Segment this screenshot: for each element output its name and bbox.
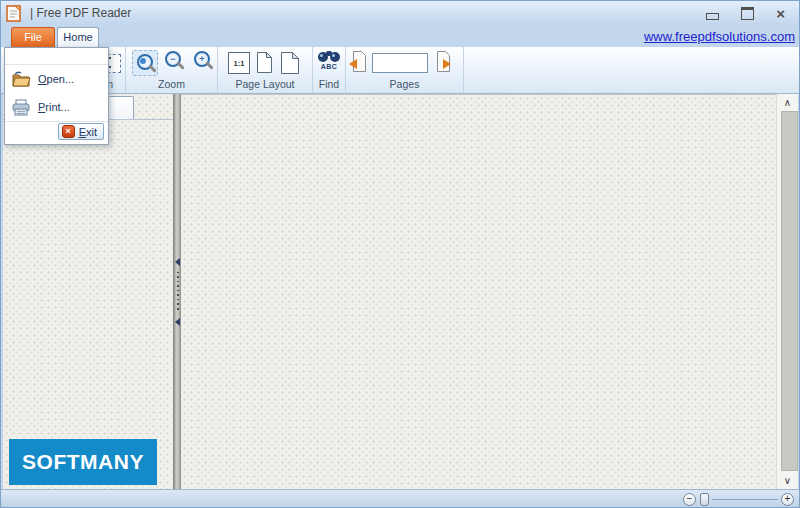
menu-label-open: Open... [38,73,74,85]
exit-icon: × [62,125,75,138]
thumbnails-panel: Thumbnails SOFTMANY [3,94,173,489]
zoom-region-icon [132,50,158,76]
zoom-slider-control: − + [683,491,794,507]
menu-exit-row: × Exit [5,122,108,144]
ribbon-group-page-layout: 1:1 Page Layout [218,47,313,93]
panel-splitter[interactable] [173,94,181,489]
group-label-find: Find [313,78,345,90]
scrollbar-thumb[interactable] [781,111,798,471]
zoom-out-icon: − [163,50,187,74]
previous-page-icon [349,50,367,74]
ribbon-group-find: ABC Find [313,47,346,93]
single-page-button[interactable] [255,50,274,74]
vertical-scrollbar[interactable]: ∧ ∨ [776,94,798,489]
tab-file[interactable]: File [11,27,55,47]
exit-button[interactable]: × Exit [58,123,104,140]
collapse-left-icon[interactable] [175,258,180,266]
printer-icon [11,99,31,116]
one-to-one-icon: 1:1 [228,52,250,74]
maximize-icon[interactable] [741,7,754,20]
ribbon-group-zoom: − + Zoom [126,47,218,93]
zoom-region-button[interactable] [132,50,158,76]
group-label-page-layout: Page Layout [218,78,312,90]
window-controls: × [706,1,785,25]
close-icon[interactable]: × [776,6,785,21]
app-window: | Free PDF Reader × File Home www.freepd… [0,0,800,508]
zoom-out-button[interactable]: − [163,50,187,74]
menu-label-exit: Exit [79,126,97,138]
workspace: Thumbnails SOFTMANY ∧ ∨ [3,94,798,489]
collapse-left-icon[interactable] [175,318,180,326]
menu-item-open[interactable]: Open... [5,65,108,93]
app-icon [6,5,23,22]
zoom-in-slider-button[interactable]: + [781,493,794,506]
open-folder-icon [11,71,31,87]
find-button[interactable]: ABC [316,50,342,77]
softmany-logo: SOFTMANY [9,439,157,485]
status-bar: − + [1,489,799,507]
file-menu: Open... Print... × Exit [4,47,109,145]
menu-label-print: Print... [38,101,70,113]
group-label-zoom: Zoom [126,78,217,90]
zoom-in-button[interactable]: + [192,50,216,74]
zoom-slider-track[interactable] [712,499,778,500]
menu-item-print[interactable]: Print... [5,93,108,121]
actual-size-button[interactable]: 1:1 [228,50,250,74]
splitter-grip[interactable] [177,272,179,312]
previous-page-button[interactable] [349,50,367,74]
next-page-icon [433,50,451,74]
fit-page-icon [279,51,301,75]
ribbon: Selection − + [1,47,799,94]
scroll-up-icon[interactable]: ∧ [777,94,798,111]
website-link[interactable]: www.freepdfsolutions.com [644,29,795,44]
tab-home[interactable]: Home [57,27,99,47]
minimize-icon[interactable] [706,13,719,20]
zoom-slider-handle[interactable] [700,493,709,506]
scroll-down-icon[interactable]: ∨ [777,472,798,489]
group-label-pages: Pages [346,78,463,90]
fit-page-button[interactable] [279,50,301,75]
document-area[interactable] [181,94,776,489]
single-page-icon [255,51,274,74]
ribbon-group-pages: Pages [346,47,464,93]
page-number-input[interactable] [372,53,428,73]
binoculars-icon: ABC [316,51,342,77]
next-page-button[interactable] [433,50,451,74]
zoom-out-slider-button[interactable]: − [683,493,696,506]
ribbon-tab-row: File Home www.freepdfsolutions.com [1,25,799,47]
zoom-in-icon: + [192,50,216,74]
title-bar: | Free PDF Reader × [1,1,799,25]
window-title: | Free PDF Reader [30,6,131,20]
file-menu-header [5,48,108,64]
